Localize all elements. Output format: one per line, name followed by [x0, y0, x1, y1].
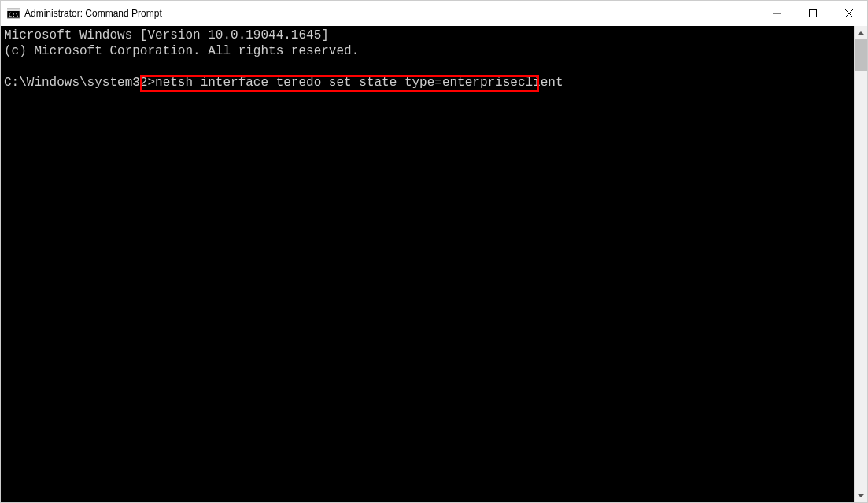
title-bar: C:\ Administrator: Command Prompt — [1, 1, 867, 26]
terminal-line-version: Microsoft Windows [Version 10.0.19044.16… — [4, 28, 329, 43]
svg-text:C:\: C:\ — [9, 12, 19, 18]
cmd-icon: C:\ — [7, 7, 20, 20]
terminal-line-copyright: (c) Microsoft Corporation. All rights re… — [4, 44, 359, 58]
scroll-thumb[interactable] — [855, 39, 867, 71]
minimize-button[interactable] — [759, 1, 795, 26]
terminal-command: netsh interface teredo set state type=en… — [155, 76, 563, 90]
close-button[interactable] — [831, 1, 867, 26]
maximize-button[interactable] — [795, 1, 831, 26]
terminal-prompt: C:\Windows\system32> — [4, 76, 155, 90]
svg-rect-4 — [810, 10, 817, 17]
window-title: Administrator: Command Prompt — [24, 8, 759, 19]
scroll-down-arrow-icon[interactable] — [855, 489, 867, 502]
terminal-area: Microsoft Windows [Version 10.0.19044.16… — [1, 26, 867, 502]
svg-rect-1 — [7, 9, 20, 11]
scroll-up-arrow-icon[interactable] — [855, 26, 867, 39]
terminal[interactable]: Microsoft Windows [Version 10.0.19044.16… — [1, 26, 854, 502]
window-controls — [759, 1, 867, 26]
vertical-scrollbar[interactable] — [854, 26, 867, 502]
